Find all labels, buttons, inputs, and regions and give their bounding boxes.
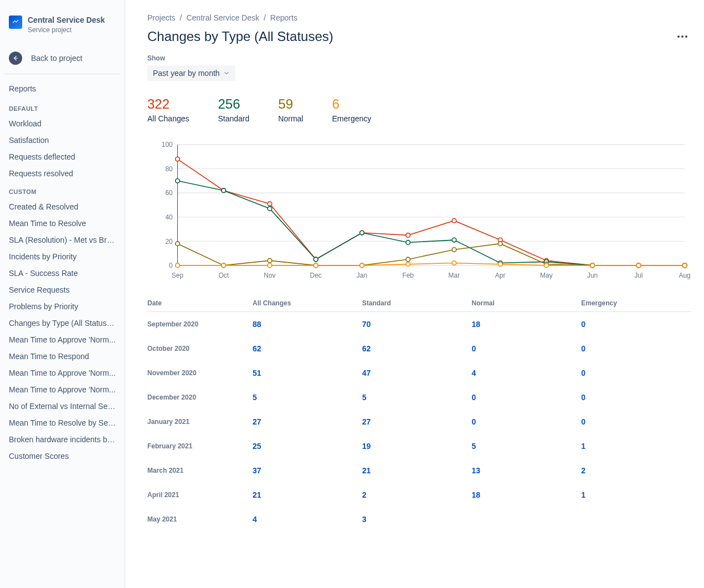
table-cell: 5: [253, 393, 362, 402]
project-title: Central Service Desk: [28, 16, 105, 25]
sidebar-item[interactable]: Created & Resolved: [4, 198, 120, 215]
table-cell: 2: [362, 490, 472, 499]
sidebar-item[interactable]: SLA - Success Rate: [4, 265, 120, 282]
table-value-link[interactable]: 37: [253, 466, 261, 475]
metric-label: Standard: [218, 114, 250, 123]
table-value-link[interactable]: 0: [581, 344, 585, 353]
table-value-link[interactable]: 25: [253, 442, 261, 451]
table-body: September 20208870180October 2020626200N…: [147, 312, 691, 531]
sidebar-item[interactable]: Mean Time to Resolve by Ser...: [4, 415, 120, 431]
sidebar-item[interactable]: Workload: [4, 115, 120, 132]
svg-point-39: [222, 188, 226, 193]
table-cell: 21: [362, 466, 472, 475]
table-value-link[interactable]: 18: [472, 320, 481, 329]
table-value-link[interactable]: 0: [581, 320, 585, 329]
table-cell: 0: [472, 344, 582, 353]
table-cell: 19: [362, 442, 472, 451]
table-value-link[interactable]: 19: [362, 442, 371, 451]
breadcrumb-project[interactable]: Central Service Desk: [186, 13, 259, 22]
table-value-link[interactable]: 47: [362, 369, 371, 377]
svg-point-73: [682, 263, 687, 268]
time-range-dropdown[interactable]: Past year by month: [147, 65, 235, 81]
table-cell: 62: [253, 344, 362, 353]
table-value-link[interactable]: 13: [472, 466, 481, 475]
sidebar-item[interactable]: No of External vs Internal Ser...: [4, 398, 120, 415]
metric[interactable]: 59Normal: [278, 96, 303, 123]
sidebar-item[interactable]: Broken hardware incidents by...: [4, 431, 120, 448]
table-cell: 1: [581, 490, 691, 499]
back-to-project-button[interactable]: Back to project: [4, 47, 120, 69]
table-value-link[interactable]: 4: [253, 515, 257, 524]
table-value-link[interactable]: 2: [581, 466, 585, 475]
svg-text:Feb: Feb: [402, 272, 414, 279]
table-value-link[interactable]: 27: [253, 417, 261, 426]
sidebar-item[interactable]: Incidents by Priority: [4, 248, 120, 265]
sidebar-item[interactable]: Satisfaction: [4, 132, 120, 149]
table-header-cell: Standard: [362, 299, 472, 307]
metric-label: Normal: [278, 114, 303, 123]
table-value-link[interactable]: 27: [362, 417, 371, 426]
table-value-link[interactable]: 62: [362, 344, 371, 353]
sidebar-item[interactable]: Mean Time to Approve 'Norm...: [4, 381, 120, 398]
table-header: DateAll ChangesStandardNormalEmergency: [147, 295, 691, 312]
metric[interactable]: 256Standard: [218, 96, 250, 123]
sidebar-item[interactable]: Customer Scores: [4, 448, 120, 464]
line-chart: 020406080100SepOctNovDecJanFebMarAprMayJ…: [147, 139, 691, 284]
table-cell: 0: [581, 417, 691, 426]
table-value-link[interactable]: 5: [253, 393, 257, 402]
sidebar-item[interactable]: Service Requests: [4, 282, 120, 298]
svg-point-43: [406, 241, 410, 245]
svg-text:Aug: Aug: [679, 272, 690, 279]
sidebar-item[interactable]: Requests resolved: [4, 165, 120, 182]
table-value-link[interactable]: 0: [581, 369, 585, 377]
table-value-link[interactable]: 21: [253, 490, 261, 499]
table-value-link[interactable]: 1: [581, 442, 585, 451]
breadcrumb-reports[interactable]: Reports: [270, 13, 297, 22]
table-value-link[interactable]: 88: [253, 320, 261, 329]
table-value-link[interactable]: 0: [472, 393, 476, 402]
table-value-link[interactable]: 1: [581, 490, 585, 499]
sidebar-item[interactable]: SLA (Resolution) - Met vs Bre...: [4, 232, 120, 248]
table-value-link[interactable]: 18: [472, 490, 481, 499]
sidebar-item[interactable]: Mean Time to Approve 'Norm...: [4, 331, 120, 348]
table-value-link[interactable]: 62: [253, 344, 261, 353]
arrow-left-icon: [9, 52, 22, 65]
metric[interactable]: 6Emergency: [332, 96, 371, 123]
breadcrumb: Projects / Central Service Desk / Report…: [147, 13, 691, 22]
metric[interactable]: 322All Changes: [147, 96, 189, 123]
table-value-link[interactable]: 0: [472, 417, 476, 426]
table-value-link[interactable]: 0: [472, 344, 476, 353]
table-date-cell: March 2021: [147, 467, 253, 474]
table-value-link[interactable]: 5: [362, 393, 367, 402]
metric-value: 59: [278, 96, 303, 112]
more-actions-button[interactable]: [674, 32, 691, 41]
table-value-link[interactable]: 70: [362, 320, 371, 329]
svg-point-70: [544, 263, 549, 268]
table-value-link[interactable]: 5: [472, 442, 476, 451]
table-value-link[interactable]: 0: [581, 417, 585, 426]
sidebar-item[interactable]: Mean Time to Respond: [4, 348, 120, 365]
project-header[interactable]: Central Service Desk Service project: [4, 13, 120, 43]
sidebar-item[interactable]: Mean Time to Approve 'Norm...: [4, 365, 120, 381]
table-value-link[interactable]: 2: [362, 490, 367, 499]
sidebar-item[interactable]: Requests deflected: [4, 149, 120, 165]
reports-heading[interactable]: Reports: [4, 81, 120, 99]
table-header-cell: Normal: [472, 299, 582, 307]
table-value-link[interactable]: 51: [253, 369, 261, 377]
table-value-link[interactable]: 3: [362, 515, 367, 524]
sidebar-item[interactable]: Mean Time to Resolve: [4, 215, 120, 232]
main-content: Projects / Central Service Desk / Report…: [125, 0, 704, 588]
breadcrumb-projects[interactable]: Projects: [147, 13, 176, 22]
svg-point-64: [268, 263, 272, 268]
metric-label: All Changes: [147, 114, 189, 123]
table-date-cell: January 2021: [147, 418, 253, 426]
sidebar-item[interactable]: Problems by Priority: [4, 298, 120, 315]
table-cell: 0: [581, 369, 691, 377]
table-row: May 202143: [147, 507, 691, 531]
table-value-link[interactable]: 4: [472, 369, 476, 377]
sidebar-item[interactable]: Changes by Type (All Statuses): [4, 315, 120, 331]
svg-point-32: [452, 218, 456, 223]
table-value-link[interactable]: 0: [581, 393, 585, 402]
table-value-link[interactable]: 21: [362, 466, 371, 475]
chart-area[interactable]: 020406080100SepOctNovDecJanFebMarAprMayJ…: [147, 139, 691, 284]
